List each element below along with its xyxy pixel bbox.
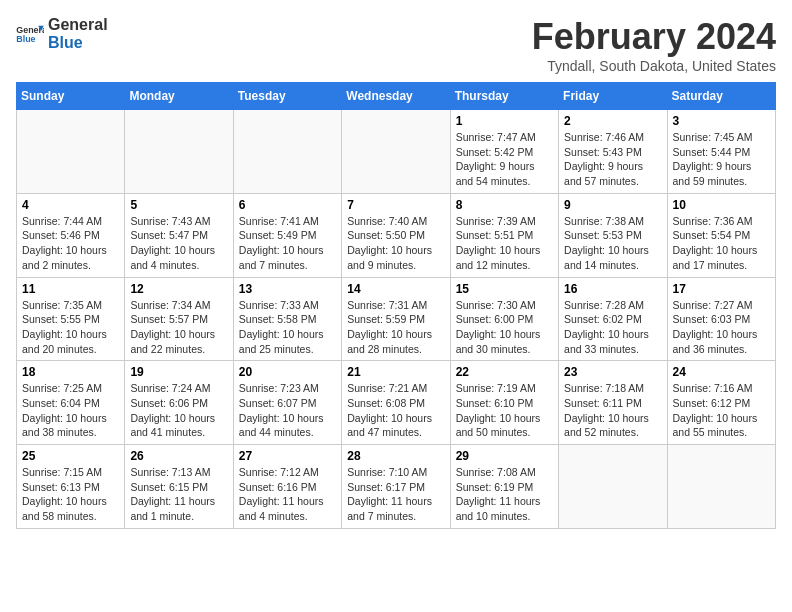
day-info: Sunrise: 7:41 AM Sunset: 5:49 PM Dayligh…: [239, 214, 336, 273]
day-info: Sunrise: 7:28 AM Sunset: 6:02 PM Dayligh…: [564, 298, 661, 357]
calendar-week-row: 1Sunrise: 7:47 AM Sunset: 5:42 PM Daylig…: [17, 110, 776, 194]
calendar-week-row: 11Sunrise: 7:35 AM Sunset: 5:55 PM Dayli…: [17, 277, 776, 361]
calendar-cell: 7Sunrise: 7:40 AM Sunset: 5:50 PM Daylig…: [342, 193, 450, 277]
calendar-cell: 11Sunrise: 7:35 AM Sunset: 5:55 PM Dayli…: [17, 277, 125, 361]
day-info: Sunrise: 7:27 AM Sunset: 6:03 PM Dayligh…: [673, 298, 770, 357]
day-info: Sunrise: 7:12 AM Sunset: 6:16 PM Dayligh…: [239, 465, 336, 524]
calendar-week-row: 18Sunrise: 7:25 AM Sunset: 6:04 PM Dayli…: [17, 361, 776, 445]
calendar-cell: 29Sunrise: 7:08 AM Sunset: 6:19 PM Dayli…: [450, 445, 558, 529]
day-info: Sunrise: 7:44 AM Sunset: 5:46 PM Dayligh…: [22, 214, 119, 273]
header-cell-tuesday: Tuesday: [233, 83, 341, 110]
calendar-table: SundayMondayTuesdayWednesdayThursdayFrid…: [16, 82, 776, 529]
calendar-cell: 23Sunrise: 7:18 AM Sunset: 6:11 PM Dayli…: [559, 361, 667, 445]
day-number: 8: [456, 198, 553, 212]
calendar-cell: 16Sunrise: 7:28 AM Sunset: 6:02 PM Dayli…: [559, 277, 667, 361]
calendar-cell: [667, 445, 775, 529]
day-number: 7: [347, 198, 444, 212]
day-number: 27: [239, 449, 336, 463]
calendar-cell: [559, 445, 667, 529]
calendar-cell: 22Sunrise: 7:19 AM Sunset: 6:10 PM Dayli…: [450, 361, 558, 445]
title-area: February 2024 Tyndall, South Dakota, Uni…: [532, 16, 776, 74]
day-number: 12: [130, 282, 227, 296]
day-info: Sunrise: 7:45 AM Sunset: 5:44 PM Dayligh…: [673, 130, 770, 189]
day-number: 2: [564, 114, 661, 128]
day-number: 1: [456, 114, 553, 128]
day-info: Sunrise: 7:38 AM Sunset: 5:53 PM Dayligh…: [564, 214, 661, 273]
header-cell-thursday: Thursday: [450, 83, 558, 110]
day-number: 26: [130, 449, 227, 463]
day-number: 4: [22, 198, 119, 212]
calendar-cell: [342, 110, 450, 194]
calendar-cell: 4Sunrise: 7:44 AM Sunset: 5:46 PM Daylig…: [17, 193, 125, 277]
day-number: 29: [456, 449, 553, 463]
day-number: 6: [239, 198, 336, 212]
day-info: Sunrise: 7:15 AM Sunset: 6:13 PM Dayligh…: [22, 465, 119, 524]
calendar-cell: 15Sunrise: 7:30 AM Sunset: 6:00 PM Dayli…: [450, 277, 558, 361]
day-info: Sunrise: 7:19 AM Sunset: 6:10 PM Dayligh…: [456, 381, 553, 440]
day-number: 23: [564, 365, 661, 379]
calendar-cell: 13Sunrise: 7:33 AM Sunset: 5:58 PM Dayli…: [233, 277, 341, 361]
calendar-cell: 3Sunrise: 7:45 AM Sunset: 5:44 PM Daylig…: [667, 110, 775, 194]
day-number: 20: [239, 365, 336, 379]
calendar-header-row: SundayMondayTuesdayWednesdayThursdayFrid…: [17, 83, 776, 110]
day-info: Sunrise: 7:40 AM Sunset: 5:50 PM Dayligh…: [347, 214, 444, 273]
day-number: 3: [673, 114, 770, 128]
day-number: 19: [130, 365, 227, 379]
sub-title: Tyndall, South Dakota, United States: [532, 58, 776, 74]
day-number: 17: [673, 282, 770, 296]
day-info: Sunrise: 7:13 AM Sunset: 6:15 PM Dayligh…: [130, 465, 227, 524]
day-number: 14: [347, 282, 444, 296]
day-number: 11: [22, 282, 119, 296]
day-info: Sunrise: 7:31 AM Sunset: 5:59 PM Dayligh…: [347, 298, 444, 357]
day-info: Sunrise: 7:43 AM Sunset: 5:47 PM Dayligh…: [130, 214, 227, 273]
day-number: 25: [22, 449, 119, 463]
calendar-cell: 8Sunrise: 7:39 AM Sunset: 5:51 PM Daylig…: [450, 193, 558, 277]
day-number: 5: [130, 198, 227, 212]
day-info: Sunrise: 7:18 AM Sunset: 6:11 PM Dayligh…: [564, 381, 661, 440]
day-number: 16: [564, 282, 661, 296]
header-cell-friday: Friday: [559, 83, 667, 110]
day-number: 10: [673, 198, 770, 212]
day-info: Sunrise: 7:46 AM Sunset: 5:43 PM Dayligh…: [564, 130, 661, 189]
logo: General Blue General Blue: [16, 16, 108, 51]
calendar-cell: 1Sunrise: 7:47 AM Sunset: 5:42 PM Daylig…: [450, 110, 558, 194]
day-info: Sunrise: 7:35 AM Sunset: 5:55 PM Dayligh…: [22, 298, 119, 357]
header-area: General Blue General Blue February 2024 …: [16, 16, 776, 74]
calendar-cell: 21Sunrise: 7:21 AM Sunset: 6:08 PM Dayli…: [342, 361, 450, 445]
calendar-cell: [125, 110, 233, 194]
day-number: 13: [239, 282, 336, 296]
day-info: Sunrise: 7:16 AM Sunset: 6:12 PM Dayligh…: [673, 381, 770, 440]
calendar-cell: 2Sunrise: 7:46 AM Sunset: 5:43 PM Daylig…: [559, 110, 667, 194]
day-number: 9: [564, 198, 661, 212]
calendar-cell: [233, 110, 341, 194]
calendar-cell: 18Sunrise: 7:25 AM Sunset: 6:04 PM Dayli…: [17, 361, 125, 445]
day-info: Sunrise: 7:08 AM Sunset: 6:19 PM Dayligh…: [456, 465, 553, 524]
day-number: 21: [347, 365, 444, 379]
day-info: Sunrise: 7:36 AM Sunset: 5:54 PM Dayligh…: [673, 214, 770, 273]
day-info: Sunrise: 7:34 AM Sunset: 5:57 PM Dayligh…: [130, 298, 227, 357]
header-cell-wednesday: Wednesday: [342, 83, 450, 110]
header-cell-monday: Monday: [125, 83, 233, 110]
header-cell-sunday: Sunday: [17, 83, 125, 110]
calendar-cell: 14Sunrise: 7:31 AM Sunset: 5:59 PM Dayli…: [342, 277, 450, 361]
logo-general-text: General: [48, 16, 108, 34]
calendar-week-row: 4Sunrise: 7:44 AM Sunset: 5:46 PM Daylig…: [17, 193, 776, 277]
day-info: Sunrise: 7:25 AM Sunset: 6:04 PM Dayligh…: [22, 381, 119, 440]
calendar-cell: 26Sunrise: 7:13 AM Sunset: 6:15 PM Dayli…: [125, 445, 233, 529]
header-cell-saturday: Saturday: [667, 83, 775, 110]
calendar-cell: 27Sunrise: 7:12 AM Sunset: 6:16 PM Dayli…: [233, 445, 341, 529]
calendar-cell: 6Sunrise: 7:41 AM Sunset: 5:49 PM Daylig…: [233, 193, 341, 277]
calendar-week-row: 25Sunrise: 7:15 AM Sunset: 6:13 PM Dayli…: [17, 445, 776, 529]
day-info: Sunrise: 7:10 AM Sunset: 6:17 PM Dayligh…: [347, 465, 444, 524]
calendar-cell: 17Sunrise: 7:27 AM Sunset: 6:03 PM Dayli…: [667, 277, 775, 361]
calendar-cell: 28Sunrise: 7:10 AM Sunset: 6:17 PM Dayli…: [342, 445, 450, 529]
calendar-cell: 24Sunrise: 7:16 AM Sunset: 6:12 PM Dayli…: [667, 361, 775, 445]
day-info: Sunrise: 7:24 AM Sunset: 6:06 PM Dayligh…: [130, 381, 227, 440]
day-number: 18: [22, 365, 119, 379]
day-info: Sunrise: 7:23 AM Sunset: 6:07 PM Dayligh…: [239, 381, 336, 440]
logo-icon: General Blue: [16, 23, 44, 45]
calendar-cell: 19Sunrise: 7:24 AM Sunset: 6:06 PM Dayli…: [125, 361, 233, 445]
calendar-cell: 20Sunrise: 7:23 AM Sunset: 6:07 PM Dayli…: [233, 361, 341, 445]
main-title: February 2024: [532, 16, 776, 58]
day-number: 15: [456, 282, 553, 296]
